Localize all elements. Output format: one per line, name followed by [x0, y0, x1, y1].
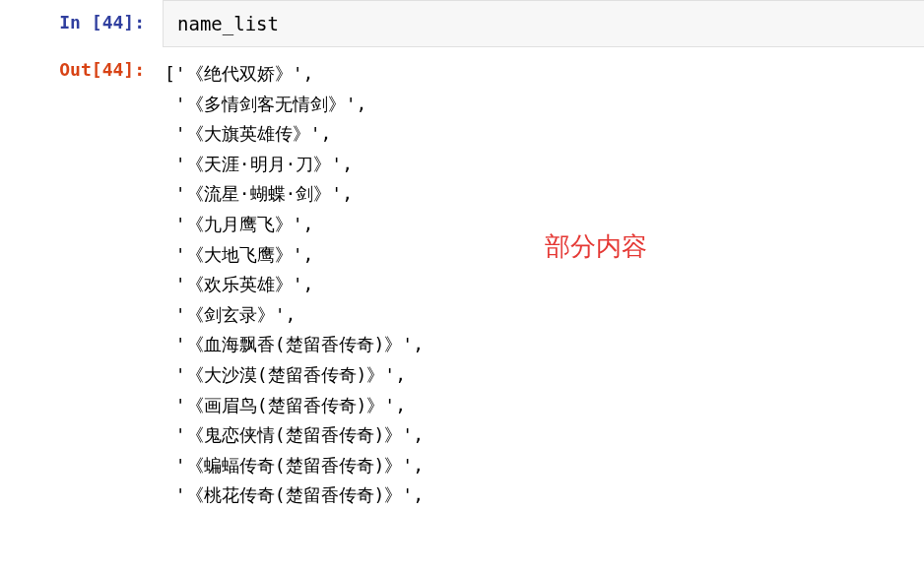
- in-prompt-suffix: ]:: [123, 12, 145, 32]
- code-input[interactable]: name_list: [163, 0, 924, 47]
- in-prompt-number: 44: [102, 12, 124, 32]
- code-text: name_list: [177, 13, 279, 34]
- in-prompt-prefix: In [: [59, 12, 101, 32]
- out-prompt-prefix: Out[: [59, 59, 101, 80]
- input-cell: In [44]: name_list: [0, 0, 924, 47]
- output-prompt: Out[44]:: [0, 55, 163, 92]
- out-prompt-number: 44: [102, 59, 124, 80]
- output-text: ['《绝代双娇》', '《多情剑客无情剑》', '《大旗英雄传》', '《天涯·…: [163, 55, 924, 511]
- annotation-label: 部分内容: [545, 224, 647, 268]
- input-prompt: In [44]:: [0, 0, 163, 44]
- output-cell: Out[44]: ['《绝代双娇》', '《多情剑客无情剑》', '《大旗英雄传…: [0, 55, 924, 511]
- out-prompt-suffix: ]:: [123, 59, 145, 80]
